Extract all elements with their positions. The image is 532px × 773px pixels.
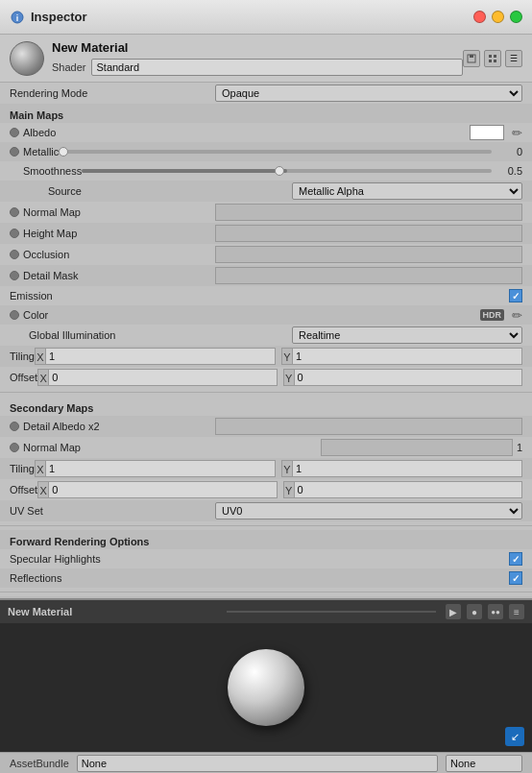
- metallic-toggle[interactable]: [10, 147, 19, 157]
- height-map-label: Height Map: [23, 228, 77, 239]
- sec-offset-y-group: Y: [283, 481, 522, 498]
- uv-set-dropdown[interactable]: UV0 UV1: [215, 502, 522, 519]
- global-illum-dropdown[interactable]: Realtime Baked None: [292, 326, 522, 344]
- detail-albedo-field: [215, 418, 522, 435]
- sec-tiling-y-label: Y: [281, 460, 293, 477]
- detailmask-toggle[interactable]: [10, 271, 19, 280]
- occlusion-box[interactable]: [215, 246, 522, 263]
- sec-normal-value: 1: [517, 442, 522, 453]
- inspector-icon: i: [10, 10, 25, 25]
- main-tiling-y-input[interactable]: [293, 348, 522, 365]
- asset-bundle-label: AssetBundle: [10, 758, 69, 769]
- sec-normalmap-toggle[interactable]: [10, 443, 19, 452]
- main-offset-x-input[interactable]: [49, 369, 277, 386]
- material-name: New Material: [52, 40, 463, 55]
- metallic-row: Metallic 0: [0, 142, 532, 161]
- svg-rect-5: [494, 55, 496, 58]
- occlusion-label: Occlusion: [23, 249, 69, 260]
- specular-row: Specular Highlights: [0, 549, 532, 568]
- preview-circle-btn[interactable]: ●: [467, 604, 482, 619]
- sec-offset-x-input[interactable]: [49, 481, 277, 498]
- preview-content: ↙: [0, 623, 532, 752]
- forward-rendering-label: Forward Rendering Options: [10, 536, 149, 547]
- metallic-value: 0: [496, 146, 522, 157]
- material-header: New Material Shader Standard ☰: [0, 35, 532, 83]
- color-row: Color HDR ✏: [0, 305, 532, 325]
- svg-rect-3: [470, 55, 473, 58]
- detail-mask-box[interactable]: [215, 267, 522, 284]
- occlusion-toggle[interactable]: [10, 250, 19, 259]
- shader-dropdown[interactable]: Standard: [91, 59, 463, 76]
- maximize-button[interactable]: [510, 11, 522, 23]
- metallic-slider-track[interactable]: [59, 150, 492, 154]
- main-offset-x-label: X: [37, 369, 49, 386]
- asset-bundle-select-1[interactable]: None: [77, 755, 438, 772]
- asset-bundle-select-2[interactable]: None: [446, 755, 522, 772]
- main-tiling-row: Tiling X Y: [0, 346, 532, 367]
- albedo-row: Albedo ✏: [0, 123, 532, 142]
- source-dropdown[interactable]: Metallic Alpha Albedo Alpha: [292, 182, 522, 200]
- smoothness-slider-fill: [82, 169, 286, 173]
- detail-albedo-box[interactable]: [215, 418, 522, 435]
- smoothness-value: 0.5: [496, 165, 522, 177]
- hdr-badge: HDR: [480, 309, 505, 321]
- specular-checkbox[interactable]: [509, 552, 522, 566]
- main-offset-label: Offset: [10, 372, 37, 383]
- header-icons: ☰: [463, 50, 522, 67]
- close-button[interactable]: [473, 11, 486, 23]
- divider-2: [0, 525, 532, 526]
- detail-albedo-toggle[interactable]: [10, 422, 19, 431]
- preview-play-btn[interactable]: ▶: [446, 604, 461, 619]
- albedo-toggle[interactable]: [10, 128, 19, 137]
- sec-offset-row: Offset X Y: [0, 479, 532, 500]
- heightmap-toggle[interactable]: [10, 229, 19, 238]
- reflections-label: Reflections: [10, 572, 61, 584]
- preview-corner-icon[interactable]: ↙: [505, 727, 524, 746]
- emission-label: Emission: [10, 290, 53, 302]
- height-map-field: [215, 225, 522, 242]
- main-offset-fields: X Y: [37, 369, 522, 386]
- normal-map-box[interactable]: [215, 204, 522, 221]
- sec-tiling-x-input[interactable]: [46, 460, 276, 477]
- rendering-mode-label: Rendering Mode: [10, 87, 87, 99]
- main-offset-y-input[interactable]: [295, 369, 522, 386]
- icon-menu[interactable]: ☰: [505, 50, 522, 67]
- asset-bundle-bar: AssetBundle None None: [0, 752, 532, 773]
- smoothness-slider-track[interactable]: [82, 169, 492, 173]
- sec-offset-y-input[interactable]: [295, 481, 522, 498]
- rendering-mode-dropdown[interactable]: Opaque Transparent Cutout Fade: [215, 85, 522, 102]
- smoothness-label: Smoothness: [10, 165, 82, 177]
- sec-tiling-row: Tiling X Y: [0, 458, 532, 479]
- normalmap-toggle[interactable]: [10, 207, 19, 217]
- sec-tiling-label: Tiling: [10, 463, 35, 474]
- metallic-slider-thumb[interactable]: [59, 147, 68, 157]
- occlusion-row: Occlusion: [0, 244, 532, 265]
- reflections-checkbox[interactable]: [509, 571, 522, 585]
- preview-menu-btn[interactable]: ≡: [509, 604, 524, 619]
- color-picker-icon[interactable]: ✏: [512, 308, 522, 323]
- main-tiling-x-label: X: [35, 348, 46, 365]
- sec-offset-x-group: X: [37, 481, 277, 498]
- height-map-row: Height Map: [0, 223, 532, 244]
- smoothness-slider-thumb[interactable]: [275, 166, 284, 176]
- emission-checkbox[interactable]: [509, 289, 522, 302]
- preview-sphere: [228, 649, 304, 726]
- detail-mask-label: Detail Mask: [23, 270, 78, 281]
- main-tiling-x-input[interactable]: [46, 348, 276, 365]
- detail-albedo-row: Detail Albedo x2: [0, 416, 532, 437]
- global-illum-row: Global Illumination Realtime Baked None: [0, 325, 532, 346]
- icon-grid[interactable]: [484, 50, 501, 67]
- detail-albedo-label: Detail Albedo x2: [23, 421, 100, 432]
- sec-normal-map-box[interactable]: [321, 439, 513, 456]
- detail-mask-row: Detail Mask: [0, 265, 532, 286]
- color-toggle[interactable]: [10, 310, 19, 320]
- minimize-button[interactable]: [492, 11, 504, 23]
- height-map-box[interactable]: [215, 225, 522, 242]
- preview-dots-btn[interactable]: ●●: [488, 604, 503, 619]
- albedo-color-swatch[interactable]: [470, 125, 504, 140]
- main-maps-header: Main Maps: [0, 104, 532, 123]
- icon-save[interactable]: [463, 50, 480, 67]
- shader-row: Shader Standard: [52, 59, 463, 76]
- sec-tiling-y-input[interactable]: [293, 460, 522, 477]
- albedo-picker-icon[interactable]: ✏: [512, 126, 522, 140]
